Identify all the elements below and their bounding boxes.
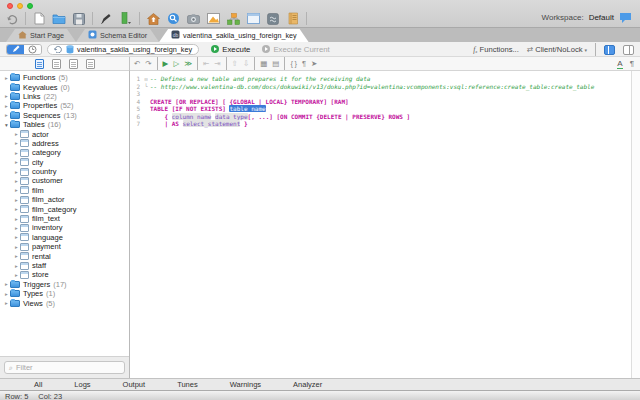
document-tab-3[interactable]: dbvalentina_sakila_using_foreign_key (159, 29, 308, 42)
find-icon[interactable] (166, 12, 180, 26)
chevron-right-icon[interactable]: ▸ (13, 169, 20, 175)
code-line-2[interactable]: 2└-- http://www.valentina-db.com/docs/do… (130, 83, 631, 91)
list-view-icon[interactable] (69, 59, 78, 69)
code-line-4[interactable]: 4CREATE [OR REPLACE] [ {GLOBAL | LOCAL} … (130, 98, 631, 106)
tree-item-tables[interactable]: ▾Tables(16) (0, 120, 129, 129)
execute-button[interactable]: Execute (211, 45, 250, 54)
undo-icon[interactable] (5, 12, 19, 26)
output-tab-all[interactable]: All (18, 380, 58, 389)
tree-item-address[interactable]: ▸address (0, 139, 129, 148)
tree-item-film_category[interactable]: ▸film_category (0, 204, 129, 213)
tree-item-country[interactable]: ▸country (0, 167, 129, 176)
column-view-icon[interactable] (52, 59, 61, 69)
workspace-value[interactable]: Default (589, 13, 614, 22)
minimize-window-button[interactable] (17, 3, 23, 9)
image-icon[interactable] (206, 12, 220, 26)
chevron-right-icon[interactable]: ▸ (13, 197, 20, 203)
undo-icon[interactable]: ↶ (134, 57, 140, 70)
chevron-right-icon[interactable]: ▸ (13, 244, 20, 250)
chevron-right-icon[interactable]: ▸ (13, 140, 20, 146)
tree-item-functions[interactable]: ▸Functions(5) (0, 73, 129, 82)
document-name-field[interactable]: valentina_sakila_using_foreign_key (47, 44, 199, 55)
chevron-right-icon[interactable]: ▸ (3, 103, 10, 109)
document-tab-2[interactable]: Schema Editor (76, 29, 159, 42)
card-view-icon[interactable] (86, 59, 95, 69)
chevron-right-icon[interactable]: ▸ (13, 187, 20, 193)
tree-item-staff[interactable]: ▸staff (0, 261, 129, 270)
filter-input[interactable]: ⌕ Filter (4, 361, 125, 374)
chevron-right-icon[interactable]: ▸ (13, 150, 20, 156)
tree-item-rental[interactable]: ▸rental (0, 251, 129, 260)
run-selection-icon[interactable]: ▶ (163, 57, 169, 70)
code-line-6[interactable]: 6 { column_name data_type[, ...] [ON COM… (130, 113, 631, 121)
code-line-5[interactable]: 5TABLE [IF NOT EXISTS] table_name (130, 105, 631, 113)
code-line-7[interactable]: 7 | AS select_statement } (130, 120, 631, 128)
brackets-icon[interactable]: { } (290, 57, 297, 70)
snapshot-icon[interactable] (186, 12, 200, 26)
chevron-right-icon[interactable]: ▸ (13, 234, 20, 240)
chevron-right-icon[interactable]: ▸ (3, 291, 10, 297)
tree-item-customer[interactable]: ▸customer (0, 176, 129, 185)
chevron-right-icon[interactable]: ▸ (13, 263, 20, 269)
tree-view-icon[interactable] (35, 59, 44, 69)
tree-item-triggers[interactable]: ▸Triggers(17) (0, 280, 129, 289)
tree-item-types[interactable]: ▸Types(1) (0, 289, 129, 298)
chevron-down-icon[interactable]: ▾ (3, 122, 10, 128)
tree-item-payment[interactable]: ▸payment (0, 242, 129, 251)
editor-scrollbar[interactable] (631, 71, 640, 378)
tree-item-film_actor[interactable]: ▸film_actor (0, 195, 129, 204)
chevron-right-icon[interactable]: ▸ (13, 272, 20, 278)
jump-icon[interactable]: ➤ (311, 57, 317, 70)
tree-item-inventory[interactable]: ▸inventory (0, 223, 129, 232)
tree-item-store[interactable]: ▸store (0, 270, 129, 279)
comment-icon[interactable]: ¶ (302, 57, 306, 70)
chevron-right-icon[interactable]: ▸ (3, 75, 10, 81)
code-area[interactable]: 1⊟-- Defines a new table and prepares it… (130, 71, 631, 378)
chevron-right-icon[interactable]: ▸ (3, 93, 10, 99)
run-step-icon[interactable]: ▷ (173, 57, 179, 70)
edit-mode-button[interactable] (7, 45, 24, 54)
chevron-right-icon[interactable]: ▸ (13, 206, 20, 212)
shift-right-icon[interactable]: ⇥ (214, 57, 220, 70)
chevron-right-icon[interactable]: ▸ (13, 225, 20, 231)
chevron-right-icon[interactable]: ▸ (3, 112, 10, 118)
tree-item-film_text[interactable]: ▸film_text (0, 214, 129, 223)
zoom-window-button[interactable] (27, 3, 33, 9)
home-icon[interactable] (146, 12, 160, 26)
new-document-icon[interactable] (32, 12, 46, 26)
history-mode-button[interactable] (24, 45, 41, 54)
output-tab-analyzer[interactable]: Analyzer (277, 380, 338, 389)
run-all-icon[interactable]: ≫ (184, 57, 192, 70)
color-swatch-icon[interactable] (119, 12, 133, 26)
move-up-icon[interactable]: ⇧ (232, 57, 238, 70)
functions-button[interactable]: fₓ Functions... (473, 45, 518, 54)
document-tab-1[interactable]: Start Page (6, 29, 76, 42)
script-icon[interactable] (266, 12, 280, 26)
lock-mode-dropdown[interactable]: ⇄ Client/NoLock ▾ (527, 45, 587, 54)
shift-left-icon[interactable]: ⇤ (203, 57, 209, 70)
chevron-right-icon[interactable]: ▸ (3, 300, 10, 306)
window-icon[interactable] (246, 12, 260, 26)
tree-item-views[interactable]: ▸Views(5) (0, 298, 129, 307)
show-invisibles-icon[interactable]: ¶ (630, 59, 634, 68)
code-line-3[interactable]: 3 (130, 90, 631, 98)
tree-item-actor[interactable]: ▸actor (0, 129, 129, 138)
view-text-icon[interactable]: ▤ (272, 57, 279, 70)
chevron-right-icon[interactable]: ▸ (13, 253, 20, 259)
objects-icon[interactable] (226, 12, 240, 26)
move-down-icon[interactable]: ⇩ (243, 57, 249, 70)
output-tab-warnings[interactable]: Warnings (214, 380, 277, 389)
chevron-right-icon[interactable]: ▸ (13, 178, 20, 184)
toggle-result-panel-button[interactable] (623, 45, 634, 55)
fold-marker-icon[interactable]: ⊟ (142, 76, 150, 82)
open-folder-icon[interactable] (52, 12, 66, 26)
chevron-right-icon[interactable]: ▸ (13, 131, 20, 137)
close-window-button[interactable] (7, 3, 13, 9)
tree-item-properties[interactable]: ▸Properties(52) (0, 101, 129, 110)
tree-item-sequences[interactable]: ▸Sequences(13) (0, 111, 129, 120)
output-tab-tunes[interactable]: Tunes (161, 380, 214, 389)
code-line-1[interactable]: 1⊟-- Defines a new table and prepares it… (130, 75, 631, 83)
chevron-right-icon[interactable]: ▸ (13, 216, 20, 222)
feedback-chat-icon[interactable] (619, 12, 632, 23)
view-grid-icon[interactable]: ▦ (260, 57, 267, 70)
